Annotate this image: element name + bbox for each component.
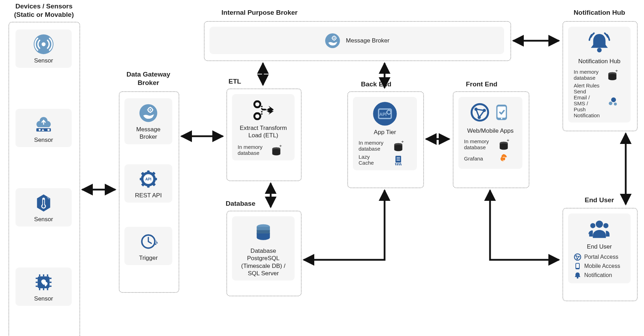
sensor-thermo-icon <box>33 192 54 213</box>
backend-group-title: Back End <box>352 80 401 88</box>
sensor-card-2: Sensor <box>15 109 72 147</box>
trigger-clock-icon <box>138 231 159 252</box>
sensor-2-label: Sensor <box>19 136 68 144</box>
users-group-icon <box>585 218 613 241</box>
sensor-3-label: Sensor <box>19 216 68 223</box>
internal-broker-title: Internal Purpose Broker <box>218 8 520 17</box>
sensor-card-1: Sensor <box>15 29 72 68</box>
notification-group-title: Notification Hub <box>562 8 636 17</box>
end-user-label: End User <box>572 243 627 250</box>
feature-mobile-label: Mobile Access <box>584 263 620 269</box>
rest-api-card: REST API <box>124 164 172 203</box>
in-memory-db-icon <box>599 68 625 81</box>
sensor-card-3: Sensor <box>15 188 72 226</box>
rest-api-label: REST API <box>128 192 169 199</box>
devices-group-title: Devices / Sensors(Static or Movable) <box>7 2 81 19</box>
in-memory-db-icon <box>490 138 517 151</box>
trigger-card: Trigger <box>124 227 172 265</box>
lazy-cache-icon <box>385 153 411 166</box>
notification-hub-label: Notification Hub <box>572 58 627 65</box>
message-broker-hand-icon <box>324 32 341 49</box>
app-lazy-label: Lazy Cache <box>359 154 385 166</box>
sensor-card-4: Sensor <box>15 268 72 306</box>
phone-check-icon <box>492 101 511 125</box>
notif-alert-label: Alert RulesSend Email /SMS / Push Notifi… <box>574 83 600 118</box>
gears-icon <box>600 94 625 107</box>
end-user-card: End User Portal Access Mobile Access Not… <box>568 213 631 283</box>
fe-inmem-label: In memorydatabase <box>464 138 490 150</box>
database-stack-icon <box>253 220 274 245</box>
message-broker-icon <box>138 103 159 124</box>
mini-globe-icon <box>574 253 581 261</box>
database-label: DatabasePostgreSQL(Timescale DB) /SQL Se… <box>236 247 291 277</box>
feature-notif: Notification <box>572 271 627 280</box>
app-tier-label: App Tier <box>356 129 413 136</box>
sensor-chip-icon <box>33 272 54 293</box>
api-gear-icon <box>138 169 159 190</box>
fe-grafana-label: Grafana <box>464 156 490 162</box>
notification-hub-card: Notification Hub In memorydatabase Alert… <box>568 27 631 123</box>
sensor-radio-icon <box>33 34 54 55</box>
etl-label: Extract TransformLoad (ETL) <box>236 124 291 139</box>
notif-inmem-label: In memorydatabase <box>574 69 599 81</box>
enduser-group-title: End User <box>562 196 636 204</box>
gateway-group-title: Data GatewayBroker <box>117 70 180 87</box>
web-mobile-card: Web/Mobile Apps In memorydatabase Grafan… <box>458 97 522 169</box>
sensor-cloud-icon <box>33 113 54 134</box>
in-memory-db-icon <box>263 144 289 156</box>
feature-portal-label: Portal Access <box>584 254 618 260</box>
gateway-broker-card: MessageBroker <box>124 98 172 144</box>
database-card: DatabasePostgreSQL(Timescale DB) /SQL Se… <box>232 216 295 281</box>
etl-group-title: ETL <box>228 77 257 86</box>
api-circle-icon <box>372 101 398 126</box>
globe-icon <box>470 102 490 124</box>
in-memory-db-icon <box>385 139 411 152</box>
trigger-label: Trigger <box>128 254 169 262</box>
feature-portal: Portal Access <box>572 252 627 262</box>
web-mobile-label: Web/Mobile Apps <box>462 127 519 134</box>
sensor-1-label: Sensor <box>19 57 68 64</box>
mini-bell-icon <box>574 271 581 279</box>
feature-mobile: Mobile Access <box>572 262 627 271</box>
app-tier-card: App Tier In memorydatabase Lazy Cache <box>353 97 417 170</box>
etl-icon <box>250 98 277 122</box>
grafana-icon <box>490 152 517 165</box>
app-inmem-label: In memorydatabase <box>359 140 385 152</box>
frontend-group-title: Front End <box>457 80 506 88</box>
mini-phone-icon <box>574 262 581 270</box>
internal-broker-label: Message Broker <box>346 37 389 44</box>
bell-alert-icon <box>586 31 612 55</box>
etl-inmem-label: In memorydatabase <box>238 144 263 156</box>
database-group-title: Database <box>226 199 268 208</box>
gateway-broker-label: MessageBroker <box>128 126 169 141</box>
internal-broker-card: Message Broker <box>210 27 504 54</box>
feature-notif-label: Notification <box>584 272 612 278</box>
etl-card: Extract TransformLoad (ETL) In memorydat… <box>232 94 295 160</box>
sensor-4-label: Sensor <box>19 295 68 302</box>
